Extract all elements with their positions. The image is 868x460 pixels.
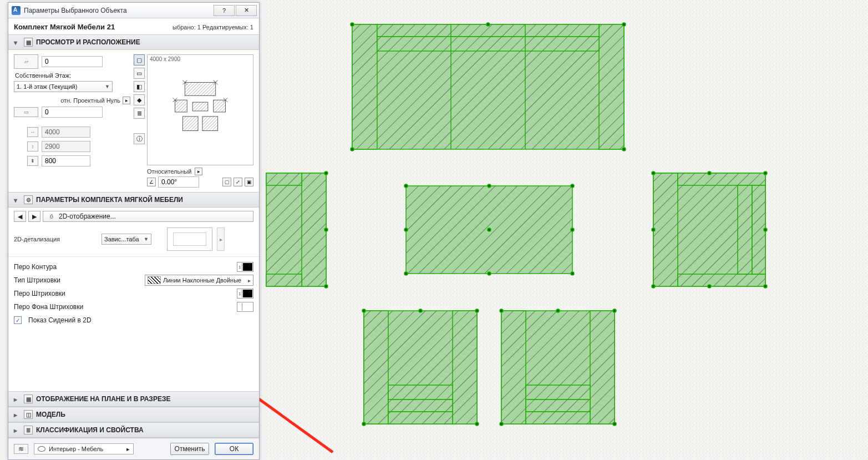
section-label: ПАРАМЕТРЫ КОМПЛЕКТА МЯГКОЙ МЕБЕЛИ xyxy=(36,196,183,204)
pen-contour-swatch[interactable]: 1 xyxy=(237,262,253,272)
svg-point-24 xyxy=(404,272,408,275)
view-front-button[interactable]: ▭ xyxy=(134,68,145,79)
svg-point-35 xyxy=(324,171,328,175)
relative-flyout[interactable]: ▸ xyxy=(195,168,202,175)
object-settings-dialog: Параметры Выбранного Объекта ? ✕ Комплек… xyxy=(8,2,260,460)
svg-point-36 xyxy=(324,285,328,288)
svg-point-62 xyxy=(419,309,422,312)
svg-rect-33 xyxy=(266,173,302,185)
canvas-armchair-left xyxy=(266,171,328,288)
svg-rect-40 xyxy=(678,173,765,185)
preview-pane[interactable]: 4000 x 2900 xyxy=(147,54,253,165)
section-classification[interactable]: ≣ КЛАССИФИКАЦИЯ И СВОЙСТВА xyxy=(8,422,259,438)
show-seats-checkbox[interactable] xyxy=(14,316,22,324)
svg-rect-56 xyxy=(388,400,453,412)
params-section-icon: ⚙ xyxy=(24,195,33,204)
detail-thumb-next[interactable]: ▸ xyxy=(217,228,225,251)
dim-x-input[interactable] xyxy=(42,127,90,138)
svg-point-51 xyxy=(708,285,711,288)
section-model[interactable]: ◫ МОДЕЛЬ xyxy=(8,407,259,422)
svg-point-48 xyxy=(652,228,655,231)
svg-point-50 xyxy=(708,171,711,175)
svg-point-61 xyxy=(475,422,479,426)
view-shaded-button[interactable]: ◆ xyxy=(134,94,145,105)
eye-icon xyxy=(38,446,45,452)
svg-point-59 xyxy=(475,309,479,312)
layer-name: Интерьер - Мебель xyxy=(49,446,103,452)
svg-point-71 xyxy=(500,422,503,426)
pen-hatch-swatch[interactable]: 1 xyxy=(237,289,253,299)
dim-y-icon: ↕ xyxy=(27,141,38,151)
section-preview-placement[interactable]: ▦ ПРОСМОТР И РАСПОЛОЖЕНИЕ xyxy=(8,34,259,50)
detail-level-select[interactable]: Завис...таба▼ xyxy=(101,234,151,245)
angle-icon: ∠ xyxy=(147,178,156,186)
section-plan-section[interactable]: ▦ ОТОБРАЖЕНИЕ НА ПЛАНЕ И В РАЗРЕЗЕ xyxy=(8,391,259,407)
view-list-button[interactable]: ≣ xyxy=(134,108,145,119)
svg-point-37 xyxy=(324,228,328,231)
svg-point-60 xyxy=(362,422,366,426)
section-label: ПРОСМОТР И РАСПОЛОЖЕНИЕ xyxy=(36,38,140,46)
svg-point-17 xyxy=(622,23,626,26)
close-button[interactable]: ✕ xyxy=(236,5,257,16)
angle-input[interactable] xyxy=(158,176,199,188)
svg-rect-67 xyxy=(526,400,590,412)
chevron-down-icon xyxy=(14,39,21,46)
canvas-table xyxy=(404,184,574,275)
mirror-y-icon[interactable]: ▣ xyxy=(245,178,253,186)
view-3d-button[interactable]: ◧ xyxy=(134,81,145,92)
elevation-top-input[interactable] xyxy=(42,56,103,67)
svg-point-27 xyxy=(488,272,491,275)
svg-rect-11 xyxy=(377,37,599,51)
layer-select[interactable]: Интерьер - Мебель ▸ xyxy=(34,443,134,454)
param-pen-contour-label: Перо Контура xyxy=(14,263,232,271)
dim-z-icon: ⬍ xyxy=(27,156,38,166)
object-name: Комплект Мягкой Мебели 21 xyxy=(14,23,115,31)
svg-rect-55 xyxy=(388,385,453,400)
ok-button[interactable]: ОК xyxy=(215,443,253,455)
elevation-bottom-icon: ▭ xyxy=(14,107,38,117)
svg-point-46 xyxy=(652,285,655,288)
mirror-xy-icon[interactable]: ⤢ xyxy=(234,178,242,186)
rel-zero-flyout[interactable]: ▸ xyxy=(123,97,130,104)
svg-rect-53 xyxy=(364,311,388,424)
svg-rect-81 xyxy=(202,117,218,131)
svg-rect-64 xyxy=(501,311,526,424)
svg-point-49 xyxy=(764,228,767,231)
elevation-bottom-input[interactable] xyxy=(42,107,103,118)
page-prev-button[interactable]: ◀ xyxy=(14,211,26,222)
svg-point-16 xyxy=(351,23,354,26)
svg-rect-54 xyxy=(453,311,477,424)
svg-point-19 xyxy=(622,148,626,151)
svg-point-28 xyxy=(404,228,408,231)
dialog-titlebar[interactable]: Параметры Выбранного Объекта ? ✕ xyxy=(8,3,259,18)
page-label: 2D-отображение... xyxy=(59,213,116,220)
svg-point-26 xyxy=(488,184,491,188)
svg-rect-79 xyxy=(192,102,208,111)
mirror-x-icon[interactable]: ▢ xyxy=(222,178,231,186)
svg-rect-42 xyxy=(738,185,752,274)
chevron-down-icon xyxy=(14,196,21,203)
dim-y-input[interactable] xyxy=(42,141,90,152)
class-section-icon: ≣ xyxy=(24,426,33,434)
layer-icon[interactable]: ≋ xyxy=(14,444,28,454)
detail-label: 2D-детализация xyxy=(14,236,97,242)
help-button[interactable]: ? xyxy=(214,5,235,16)
dim-z-input[interactable] xyxy=(42,155,90,166)
svg-point-20 xyxy=(486,23,490,26)
view-info-button[interactable]: ⓘ xyxy=(134,133,145,144)
pen-hatch-bg-swatch[interactable] xyxy=(237,302,253,312)
section-label: ОТОБРАЖЕНИЕ НА ПЛАНЕ И В РАЗРЕЗЕ xyxy=(36,395,170,403)
param-pen-hatch-bg-label: Перо Фона Штриховки xyxy=(14,303,232,311)
selection-info: ыбрано: 1 Редактируемых: 1 xyxy=(172,24,253,31)
own-floor-select[interactable]: 1. 1-й этаж (Текущий)▼ xyxy=(14,81,113,92)
page-select-bar[interactable]: ⎙ 2D-отображение... xyxy=(43,211,253,222)
hatch-type-select[interactable]: Линии Наклонные Двойные ▸ xyxy=(145,275,253,286)
section-furniture-params[interactable]: ⚙ ПАРАМЕТРЫ КОМПЛЕКТА МЯГКОЙ МЕБЕЛИ xyxy=(8,192,259,208)
svg-rect-8 xyxy=(352,24,377,149)
page-next-button[interactable]: ▶ xyxy=(28,211,40,222)
view-2d-button[interactable]: ▢ xyxy=(134,54,145,65)
svg-rect-80 xyxy=(182,117,198,131)
svg-point-18 xyxy=(351,148,354,151)
hatch-swatch-icon xyxy=(148,276,161,284)
cancel-button[interactable]: Отменить xyxy=(170,443,209,455)
